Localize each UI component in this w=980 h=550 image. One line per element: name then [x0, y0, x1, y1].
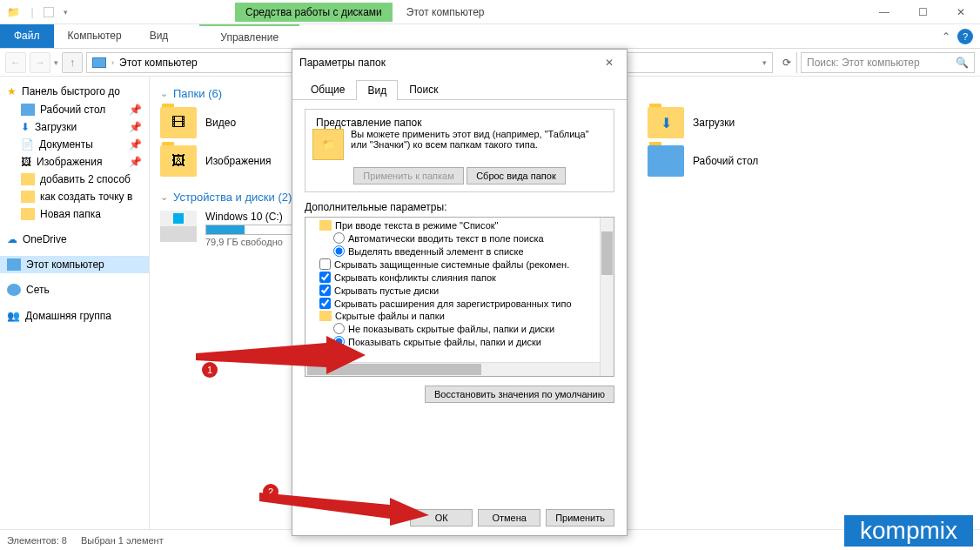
- folder-icon: 🎞: [160, 107, 197, 138]
- check-hide-protected[interactable]: [319, 258, 331, 270]
- check-hide-merge[interactable]: [319, 272, 331, 283]
- pictures-icon: 🖼: [21, 156, 31, 168]
- cancel-button[interactable]: Отмена: [478, 509, 540, 527]
- sidebar-item-pictures[interactable]: 🖼Изображения📌: [0, 153, 149, 171]
- documents-icon: 📄: [21, 138, 34, 151]
- folder-icon: 🖼: [160, 145, 197, 177]
- ribbon: Файл Компьютер Вид Управление ⌃ ?: [0, 24, 980, 49]
- maximize-button[interactable]: ☐: [903, 0, 942, 24]
- qat-properties-icon[interactable]: [44, 7, 54, 17]
- nav-up-button[interactable]: ↑: [62, 52, 83, 73]
- folder-icon: [21, 191, 35, 203]
- radio-auto-search[interactable]: [333, 232, 345, 244]
- pc-icon: [7, 258, 21, 271]
- check-hide-ext[interactable]: [319, 298, 331, 309]
- sidebar-item-folder3[interactable]: Новая папка: [0, 205, 149, 223]
- radio-dont-show-hidden[interactable]: [333, 323, 345, 334]
- folder-icon: [319, 311, 332, 321]
- sidebar-item-downloads[interactable]: ⬇Загрузки📌: [0, 118, 149, 136]
- folder-icon: [319, 220, 332, 231]
- qat-dropdown-icon[interactable]: ▾: [57, 4, 73, 20]
- search-icon: 🔍: [956, 57, 969, 69]
- ribbon-tab-manage[interactable]: Управление: [199, 24, 299, 48]
- ribbon-tab-view[interactable]: Вид: [136, 24, 183, 48]
- folder-icon: ⬇: [648, 107, 684, 138]
- radio-select-item[interactable]: [333, 245, 345, 257]
- sidebar-item-documents[interactable]: 📄Документы📌: [0, 136, 149, 153]
- folder-views-group: Представление папок 📁 Вы можете применит…: [305, 109, 614, 192]
- sidebar-network[interactable]: Сеть: [0, 280, 149, 299]
- apply-to-folders-button[interactable]: Применить к папкам: [353, 167, 464, 184]
- folder-views-legend: Представление папок: [312, 117, 425, 129]
- drive-icon: [160, 211, 197, 242]
- pc-icon: [92, 57, 106, 68]
- dialog-title: Параметры папок: [299, 57, 386, 69]
- star-icon: ★: [7, 85, 17, 97]
- status-elements: Элементов: 8: [7, 535, 67, 546]
- sidebar-item-folder1[interactable]: добавить 2 способ: [0, 171, 149, 188]
- svg-marker-1: [259, 493, 429, 526]
- annotation-arrow-1: [196, 336, 370, 379]
- downloads-icon: ⬇: [21, 121, 30, 133]
- minimize-button[interactable]: —: [865, 0, 903, 24]
- svg-marker-0: [196, 336, 366, 374]
- homegroup-icon: 👥: [7, 310, 20, 322]
- nav-pane: ★Панель быстрого до Рабочий стол📌 ⬇Загру…: [0, 77, 150, 529]
- folder-options-dialog: Параметры папок ✕ Общие Вид Поиск Предст…: [292, 49, 628, 536]
- window-title: Этот компьютер: [393, 3, 499, 22]
- folder-desktop[interactable]: Рабочий стол: [648, 145, 822, 177]
- check-hide-empty[interactable]: [319, 285, 331, 296]
- watermark: kompmix: [844, 515, 973, 547]
- address-chevron-icon: ›: [111, 58, 114, 67]
- ribbon-context-group: Средства работы с дисками: [235, 3, 393, 22]
- search-input[interactable]: Поиск: Этот компьютер 🔍: [801, 52, 975, 73]
- sidebar-quick-access[interactable]: ★Панель быстрого до: [0, 82, 149, 101]
- status-selected: Выбран 1 элемент: [81, 535, 164, 546]
- annotation-arrow-2: [259, 482, 433, 526]
- dialog-tab-search[interactable]: Поиск: [398, 79, 449, 99]
- sidebar-this-pc[interactable]: Этот компьютер: [0, 256, 149, 273]
- ribbon-tab-computer[interactable]: Компьютер: [54, 24, 136, 48]
- nav-recent-dropdown[interactable]: ▾: [54, 58, 58, 67]
- onedrive-icon: ☁: [7, 233, 17, 245]
- folder-views-text: Вы можете применить этот вид (например, …: [351, 129, 607, 160]
- nav-forward-button[interactable]: →: [30, 52, 50, 73]
- titlebar: 📁 | ▾ Средства работы с дисками Этот ком…: [0, 0, 980, 24]
- ribbon-collapse-icon[interactable]: ⌃: [942, 30, 950, 43]
- dialog-close-button[interactable]: ✕: [599, 54, 620, 71]
- refresh-button[interactable]: ⟳: [776, 52, 797, 73]
- address-text: Этот компьютер: [119, 57, 198, 69]
- tree-vscrollbar[interactable]: [600, 218, 614, 376]
- folder-icon: [21, 208, 35, 220]
- help-icon[interactable]: ?: [957, 29, 973, 44]
- qat-sep: |: [24, 4, 40, 20]
- restore-defaults-button[interactable]: Восстановить значения по умолчанию: [425, 386, 614, 403]
- network-icon: [7, 284, 21, 296]
- search-placeholder: Поиск: Этот компьютер: [807, 57, 920, 69]
- sidebar-item-desktop[interactable]: Рабочий стол📌: [0, 101, 149, 118]
- advanced-settings-label: Дополнительные параметры:: [305, 201, 614, 213]
- folder-views-icon: 📁: [312, 129, 344, 160]
- nav-back-button[interactable]: ←: [5, 52, 26, 73]
- close-button[interactable]: ✕: [942, 0, 980, 24]
- ribbon-file-tab[interactable]: Файл: [0, 24, 54, 48]
- dialog-tab-view[interactable]: Вид: [356, 80, 398, 100]
- dialog-tab-general[interactable]: Общие: [299, 79, 356, 99]
- sidebar-homegroup[interactable]: 👥Домашняя группа: [0, 306, 149, 325]
- folder-downloads[interactable]: ⬇Загрузки: [648, 107, 822, 138]
- address-dropdown-icon[interactable]: ▾: [762, 58, 767, 67]
- explorer-icon: 📁: [5, 4, 21, 20]
- desktop-icon: [21, 104, 35, 116]
- reset-folders-button[interactable]: Сброс вида папок: [467, 167, 566, 184]
- folder-icon: [648, 145, 684, 177]
- sidebar-onedrive[interactable]: ☁OneDrive: [0, 230, 149, 249]
- sidebar-item-folder2[interactable]: как создать точку в: [0, 188, 149, 205]
- folder-icon: [21, 173, 35, 185]
- apply-button[interactable]: Применить: [546, 509, 614, 527]
- dialog-tabs: Общие Вид Поиск: [292, 79, 627, 100]
